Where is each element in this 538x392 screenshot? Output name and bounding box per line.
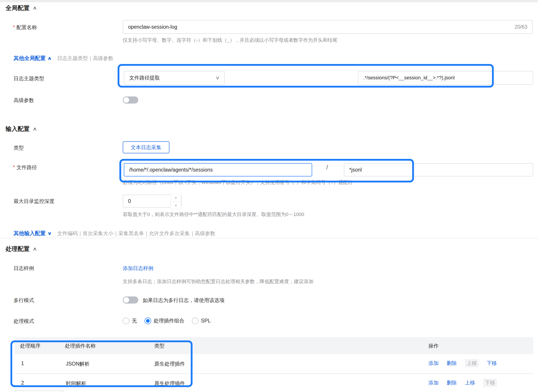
add-log-sample-link[interactable]: 添加日志样例 (123, 265, 153, 272)
section-header-process[interactable]: 处理配置 ∧ (5, 244, 37, 253)
expand-icon: ∨ (47, 231, 52, 236)
col-header-order: 处理顺序 (20, 342, 40, 349)
section-input-title: 输入配置 (5, 124, 30, 133)
config-name-input[interactable]: openclaw-session-log 20/63 (123, 20, 533, 34)
max-depth-value: 0 (128, 198, 131, 204)
row-order: 2 (21, 380, 24, 386)
plugin-type: 原生处理插件 (154, 380, 185, 387)
file-path-label: *文件路径 (13, 164, 37, 171)
col-header-actions: 操作 (428, 342, 439, 349)
plugin-name-link[interactable]: JSON解析 (66, 360, 90, 367)
multiline-toggle[interactable] (123, 296, 138, 303)
other-global-config-row: 其他全局配置 ∧ 日志主题类型｜高级参数 (14, 55, 113, 62)
chevron-down-icon: ∨ (215, 75, 220, 81)
file-path-file-input[interactable]: *jsonl (344, 163, 533, 177)
section-process-title: 处理配置 (5, 244, 30, 253)
max-depth-label: 最大目录监控深度 (14, 198, 55, 205)
file-path-dir-value: /home/*/.openclaw/agents/*/sessions (129, 167, 213, 173)
multiline-hint: 如果日志为多行日志，请使用该选项 (143, 297, 225, 303)
process-mode-label: 处理模式 (14, 318, 34, 324)
section-header-input[interactable]: 输入配置 ∧ (5, 124, 37, 133)
config-name-value: openclaw-session-log (128, 24, 177, 30)
row-actions: 添加 删除 上移 下移 (428, 359, 497, 367)
section-global-title: 全局配置 (5, 4, 30, 12)
add-action[interactable]: 添加 (428, 360, 439, 367)
file-path-file-value: *jsonl (349, 167, 362, 173)
move-up-action-disabled: 上移 (465, 359, 479, 367)
log-sample-label: 日志样例 (14, 265, 34, 271)
process-mode-radio-group: 无 处理插件组合 SPL (123, 317, 211, 324)
max-depth-help: 若取值大于0，则表示文件路径中**通配符匹配的最大目录深度。取值范围为0～100… (123, 211, 304, 218)
collapse-icon[interactable]: ∧ (33, 4, 37, 12)
radio-icon (192, 317, 199, 324)
global-advanced-label: 高级参数 (14, 97, 34, 103)
collapse-icon[interactable]: ∧ (33, 244, 37, 253)
spin-down-button[interactable]: ∨ (171, 201, 181, 210)
required-mark: * (13, 24, 15, 30)
move-up-action[interactable]: 上移 (465, 379, 475, 386)
file-path-help: 必须为绝对路径（Linux下以*/开头；Windows下以盘符开头），支持使用星… (123, 179, 353, 186)
row-actions: 添加 删除 上移 下移 (428, 379, 497, 387)
spin-up-button[interactable]: ∧ (171, 194, 181, 201)
radio-icon (123, 317, 129, 324)
spin-up-icon: ∧ (175, 196, 177, 200)
table-row: 1 JSON解析 原生处理插件 添加 删除 上移 下移 (15, 354, 533, 374)
top-edge-strip (0, 0, 538, 2)
max-depth-input[interactable]: 0 ∧ ∨ (123, 195, 182, 208)
other-global-config-items: 日志主题类型｜高级参数 (57, 55, 113, 62)
truncated-dropdown[interactable] (15, 390, 64, 392)
radio-option-plugin-combo[interactable]: 处理插件组合 (145, 317, 184, 324)
move-down-action-disabled: 下移 (483, 379, 497, 387)
other-input-config-toggle[interactable]: 其他输入配置 ∨ (14, 230, 51, 237)
plugin-name-link[interactable]: 时间解析 (66, 380, 86, 387)
plugin-type: 原生处理插件 (154, 360, 185, 367)
topic-type-selected: 文件路径提取 (129, 75, 160, 81)
path-separator: / (326, 164, 328, 171)
radio-option-none[interactable]: 无 (123, 317, 137, 324)
delete-action[interactable]: 删除 (447, 379, 457, 386)
number-spinner: ∧ ∨ (171, 194, 181, 209)
delete-action[interactable]: 删除 (447, 360, 457, 367)
collapse-icon[interactable]: ∧ (33, 124, 37, 133)
section-header-global[interactable]: 全局配置 ∧ (5, 4, 37, 12)
table-row: 2 时间解析 原生处理插件 添加 删除 上移 下移 (15, 374, 533, 392)
spin-down-icon: ∨ (175, 203, 177, 207)
other-input-config-items: 文件编码｜首次采集大小｜采集黑名单｜允许文件多次采集｜高级参数 (57, 230, 215, 237)
collapse-icon: ∧ (47, 56, 52, 61)
move-down-action[interactable]: 下移 (487, 360, 497, 367)
plugin-table-header: 处理顺序 处理插件名称 类型 操作 (15, 337, 533, 354)
section-divider (0, 238, 538, 238)
row-order: 1 (21, 360, 24, 366)
global-advanced-toggle[interactable] (123, 96, 138, 103)
log-sample-help: 支持多条日志；添加日志样例可协助您配置日志处理相关参数，降低配置难度，建议添加 (123, 278, 313, 285)
required-mark: * (13, 164, 15, 170)
radio-selected-icon (145, 317, 151, 324)
other-global-config-toggle[interactable]: 其他全局配置 ∧ (14, 55, 51, 62)
log-collection-config-form: 全局配置 ∧ *配置名称 openclaw-session-log 20/63 … (0, 0, 538, 392)
topic-regex-input[interactable]: .*/sessions/(?P<__session_id__>.*?).json… (358, 71, 533, 85)
char-counter: 20/63 (515, 24, 527, 30)
config-name-label: *配置名称 (13, 24, 37, 31)
radio-option-spl[interactable]: SPL (192, 317, 211, 324)
topic-type-dropdown[interactable]: 文件路径提取 ∨ (124, 71, 225, 85)
input-type-button[interactable]: 文本日志采集 (123, 141, 169, 153)
file-path-dir-input[interactable]: /home/*/.openclaw/agents/*/sessions (124, 163, 312, 177)
config-name-help: 仅支持小写字母、数字、连字符（-）和下划线（_），并且必须以小写字母或者数字作为… (123, 37, 337, 44)
multiline-label: 多行模式 (14, 297, 34, 303)
add-action[interactable]: 添加 (428, 379, 439, 386)
other-input-config-row: 其他输入配置 ∨ 文件编码｜首次采集大小｜采集黑名单｜允许文件多次采集｜高级参数 (14, 230, 215, 237)
col-header-name: 处理插件名称 (65, 342, 96, 349)
col-header-type: 类型 (154, 342, 164, 349)
input-type-label: 类型 (14, 145, 24, 151)
topic-regex-value: .*/sessions/(?P<__session_id__>.*?).json… (363, 75, 455, 81)
topic-type-label: 日志主题类型 (14, 75, 44, 82)
